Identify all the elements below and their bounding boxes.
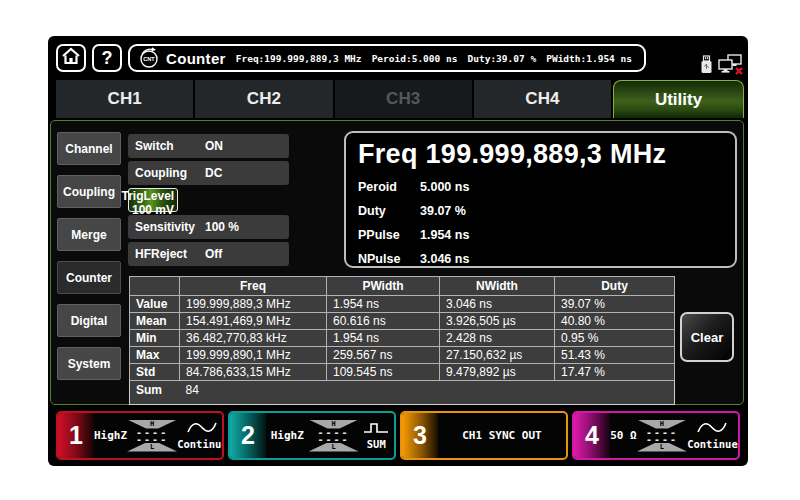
measurement-freq: Freq:199.999,889,3 MHz (236, 53, 362, 64)
measurement-pwidth: PWidth:1.954 ns (546, 53, 632, 64)
setting-row-switch[interactable]: Switch ON (128, 134, 289, 158)
cell: 84 (180, 381, 675, 405)
counter-status-pill[interactable]: CNT Counter Freq:199.999,889,3 MHz Peroi… (128, 44, 646, 72)
row-label: Min (130, 330, 180, 347)
sidebar-item-merge[interactable]: Merge (57, 218, 121, 251)
impedance-label: HighZ (94, 429, 127, 442)
sidebar-label: Digital (71, 314, 108, 328)
hl-limit-indicator: H ---- ---- L (127, 420, 177, 452)
channel-panel-4[interactable]: 4 50 Ω H ---- ---- L Continue (572, 411, 740, 460)
channel-panel-1[interactable]: 1 HighZ H ---- ---- L Continue (56, 411, 224, 460)
cell: 60.616 ns (327, 313, 440, 330)
table-header-row: Freq PWidth NWidth Duty (130, 277, 675, 296)
svg-text:CNT: CNT (143, 56, 155, 62)
readout-label: NPulse (358, 252, 420, 266)
channel-status-bar: 1 HighZ H ---- ---- L Continue 2 (56, 411, 740, 460)
row-label: Std (130, 364, 180, 381)
setting-row-triglevel[interactable]: TrigLevel 100 mV (128, 188, 178, 212)
setting-label: Sensitivity (128, 220, 205, 234)
readout-value: 39.07 % (420, 204, 466, 218)
setting-value: ON (205, 139, 223, 153)
cell: 3.926,505 µs (440, 313, 555, 330)
tab-ch1[interactable]: CH1 (56, 80, 193, 118)
sidebar-item-coupling[interactable]: Coupling (57, 175, 121, 208)
cell: 9.479,892 µs (440, 364, 555, 381)
row-label: Value (130, 296, 180, 313)
help-icon: ? (102, 48, 113, 69)
channel-body: 50 Ω H ---- ---- L Continue (610, 413, 738, 458)
low-limit-trapezoid: L (637, 443, 687, 452)
waveform-mode: Continue (177, 421, 224, 450)
table-row-sum: Sum 84 (130, 381, 675, 405)
cell: 84.786,633,15 MHz (180, 364, 327, 381)
cell: 1.954 ns (327, 330, 440, 347)
header-blank (130, 277, 180, 296)
status-icon-area (700, 54, 744, 79)
setting-row-sensitivity[interactable]: Sensitivity 100 % (128, 215, 289, 239)
readout-freq-title: Freq 199.999,889,3 MHz (358, 139, 723, 170)
sine-wave-icon (187, 421, 217, 437)
channel-number: 1 (58, 413, 94, 458)
tab-ch4[interactable]: CH4 (474, 80, 611, 118)
sync-out-label: CH1 SYNC OUT (462, 429, 541, 442)
pulse-wave-icon (363, 422, 389, 437)
setting-row-hfreject[interactable]: HFReject Off (128, 242, 289, 266)
high-limit-trapezoid: H (309, 420, 359, 429)
channel-body: HighZ H ---- ---- L SUM (266, 413, 394, 458)
statistics-table: Freq PWidth NWidth Duty Value 199.999,88… (129, 276, 675, 405)
readout-value: 5.000 ns (420, 180, 469, 194)
measurement-period: Peroid:5.000 ns (372, 53, 458, 64)
low-limit-dashes: ---- (646, 436, 678, 443)
setting-label: Coupling (128, 166, 205, 180)
utility-main-panel: Channel Coupling Merge Counter Digital S… (50, 120, 744, 405)
setting-value: DC (205, 166, 222, 180)
readout-row-npulse: NPulse 3.046 ns (358, 252, 723, 266)
channel-number: 3 (402, 413, 438, 458)
cell: 36.482,770,83 kHz (180, 330, 327, 347)
clear-button[interactable]: Clear (680, 312, 734, 362)
readout-label: Duty (358, 204, 420, 218)
readout-label: Peroid (358, 180, 420, 194)
setting-label: HFReject (128, 247, 205, 261)
sidebar-label: Channel (65, 142, 112, 156)
channel-panel-3[interactable]: 3 CH1 SYNC OUT (400, 411, 568, 460)
channel-panel-2[interactable]: 2 HighZ H ---- ---- L SUM (228, 411, 396, 460)
low-limit-dashes: ---- (136, 436, 168, 443)
clear-button-label: Clear (691, 330, 724, 345)
low-limit-dashes: ---- (318, 436, 350, 443)
lan-disconnected-icon (718, 54, 744, 79)
sidebar-label: System (68, 357, 111, 371)
tab-utility[interactable]: Utility (613, 80, 744, 118)
cnt-icon: CNT (138, 47, 160, 69)
waveform-mode: SUM (363, 422, 389, 450)
sidebar-item-channel[interactable]: Channel (57, 132, 121, 165)
table-row-min: Min 36.482,770,83 kHz 1.954 ns 2.428 ns … (130, 330, 675, 347)
setting-row-coupling[interactable]: Coupling DC (128, 161, 289, 185)
help-button[interactable]: ? (92, 44, 122, 72)
counter-settings-list: Switch ON Coupling DC TrigLevel 100 mV S… (128, 134, 289, 266)
home-button[interactable] (56, 44, 86, 72)
header-duty: Duty (555, 277, 675, 296)
cell: 40.80 % (555, 313, 675, 330)
table-row-std: Std 84.786,633,15 MHz 109.545 ns 9.479,8… (130, 364, 675, 381)
tab-ch3[interactable]: CH3 (335, 80, 472, 118)
cell: 0.95 % (555, 330, 675, 347)
setting-label: Switch (128, 139, 205, 153)
sidebar-item-digital[interactable]: Digital (57, 304, 121, 337)
cell: 3.046 ns (440, 296, 555, 313)
sidebar-label: Counter (66, 271, 112, 285)
cell: 259.567 ns (327, 347, 440, 364)
sidebar-label: Merge (71, 228, 106, 242)
header-nwidth: NWidth (440, 277, 555, 296)
hl-limit-indicator: H ---- ---- L (637, 420, 687, 452)
readout-row-duty: Duty 39.07 % (358, 204, 723, 218)
cell: 1.954 ns (327, 296, 440, 313)
sidebar-item-counter[interactable]: Counter (57, 261, 121, 294)
tab-ch3-label: CH3 (386, 89, 420, 109)
tab-ch4-label: CH4 (525, 89, 559, 109)
setting-label: TrigLevel (115, 189, 192, 203)
sidebar-item-system[interactable]: System (57, 347, 121, 380)
tab-ch2[interactable]: CH2 (195, 80, 332, 118)
measurement-duty: Duty:39.07 % (468, 53, 537, 64)
cell: 27.150,632 µs (440, 347, 555, 364)
